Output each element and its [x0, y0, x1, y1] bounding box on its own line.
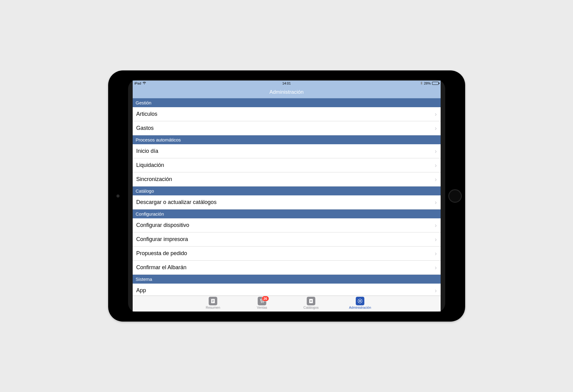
svg-rect-8: [360, 299, 360, 300]
row-confirmar-albaran[interactable]: Confirmar el Albarán ›: [133, 261, 441, 275]
row-gastos[interactable]: Gastos ›: [133, 121, 441, 135]
status-time: 14:01: [282, 81, 291, 85]
row-app[interactable]: App ›: [133, 284, 441, 296]
svg-rect-14: [361, 299, 362, 300]
chevron-right-icon: ›: [435, 264, 437, 271]
nav-header: Administración: [133, 86, 441, 98]
tab-label: Administración: [349, 306, 371, 309]
svg-point-5: [263, 302, 264, 303]
gear-icon: [356, 297, 364, 305]
section-header-procesos: Procesos automáticos: [133, 135, 441, 144]
chevron-right-icon: ›: [435, 125, 437, 132]
device-label: iPad: [135, 81, 141, 85]
row-label: Configurar dispositivo: [136, 222, 435, 228]
wifi-icon: [142, 81, 146, 85]
chevron-right-icon: ›: [435, 287, 437, 294]
page-title: Administración: [269, 89, 304, 95]
screen: iPad 14:01 28% Administración: [133, 81, 441, 311]
tab-label: Ventas: [257, 306, 267, 309]
svg-rect-11: [362, 301, 362, 301]
ipad-device-frame: iPad 14:01 28% Administración: [108, 70, 465, 322]
row-label: Inicio día: [136, 148, 435, 154]
battery-percent: 28%: [424, 81, 431, 85]
status-right: 28%: [420, 81, 438, 85]
row-label: Liquidación: [136, 162, 435, 168]
row-label: Configurar impresora: [136, 236, 435, 243]
row-articulos[interactable]: Articulos ›: [133, 107, 441, 121]
tab-label: Resumen: [206, 306, 220, 309]
chevron-right-icon: ›: [435, 162, 437, 169]
content-list[interactable]: Gestión Articulos › Gastos › Procesos au…: [133, 98, 441, 296]
svg-point-4: [261, 302, 262, 303]
row-label: Descargar o actualizar catálogos: [136, 199, 435, 205]
svg-rect-12: [358, 299, 359, 300]
bluetooth-icon: [420, 81, 423, 85]
status-left: iPad: [135, 81, 146, 85]
row-configurar-impresora[interactable]: Configurar impresora ›: [133, 232, 441, 247]
row-propuesta-pedido[interactable]: Propuesta de pedido ›: [133, 247, 441, 261]
chevron-right-icon: ›: [435, 250, 437, 257]
camera-dot: [116, 194, 120, 198]
chevron-right-icon: ›: [435, 176, 437, 183]
row-label: App: [136, 287, 435, 294]
row-sincronizacion[interactable]: Sincronización ›: [133, 172, 441, 187]
chevron-right-icon: ›: [435, 111, 437, 118]
tab-resumen[interactable]: Resumen: [199, 297, 227, 311]
document-icon: [209, 297, 217, 305]
row-label: Gastos: [136, 125, 435, 131]
svg-rect-10: [358, 301, 359, 301]
tab-label: Catálogos: [303, 306, 319, 309]
row-label: Sincronización: [136, 176, 435, 183]
svg-rect-9: [360, 303, 360, 303]
svg-rect-1: [212, 300, 214, 300]
status-bar: iPad 14:01 28%: [133, 81, 441, 86]
battery-icon: [432, 82, 439, 85]
tab-catalogos[interactable]: Catálogos: [297, 297, 325, 311]
device-inner: iPad 14:01 28% Administración: [128, 80, 445, 312]
chevron-right-icon: ›: [435, 236, 437, 243]
row-label: Confirmar el Albarán: [136, 264, 435, 271]
chevron-right-icon: ›: [435, 148, 437, 155]
section-header-gestion: Gestión: [133, 98, 441, 107]
svg-rect-3: [212, 302, 214, 302]
row-descargar-catalogos[interactable]: Descargar o actualizar catálogos ›: [133, 195, 441, 209]
svg-rect-13: [361, 302, 362, 303]
row-liquidacion[interactable]: Liquidación ›: [133, 158, 441, 172]
row-label: Propuesta de pedido: [136, 250, 435, 257]
section-header-configuracion: Configuración: [133, 209, 441, 218]
section-header-sistema: Sistema: [133, 275, 441, 284]
section-header-catalogo: Catálogo: [133, 187, 441, 195]
row-label: Articulos: [136, 111, 435, 117]
row-configurar-dispositivo[interactable]: Configurar dispositivo ›: [133, 218, 441, 232]
tab-administracion[interactable]: Administración: [346, 297, 374, 311]
tab-ventas[interactable]: 26 Ventas: [248, 297, 276, 311]
tab-bar: Resumen 26 Ventas Catálogos: [133, 296, 441, 311]
svg-rect-2: [212, 301, 214, 301]
chevron-right-icon: ›: [435, 222, 437, 229]
row-inicio-dia[interactable]: Inicio día ›: [133, 144, 441, 158]
home-button[interactable]: [448, 189, 462, 203]
svg-point-16: [359, 300, 360, 301]
svg-rect-15: [358, 302, 359, 303]
chevron-right-icon: ›: [435, 199, 437, 206]
badge-ventas: 26: [262, 296, 269, 301]
catalog-icon: [307, 297, 315, 305]
